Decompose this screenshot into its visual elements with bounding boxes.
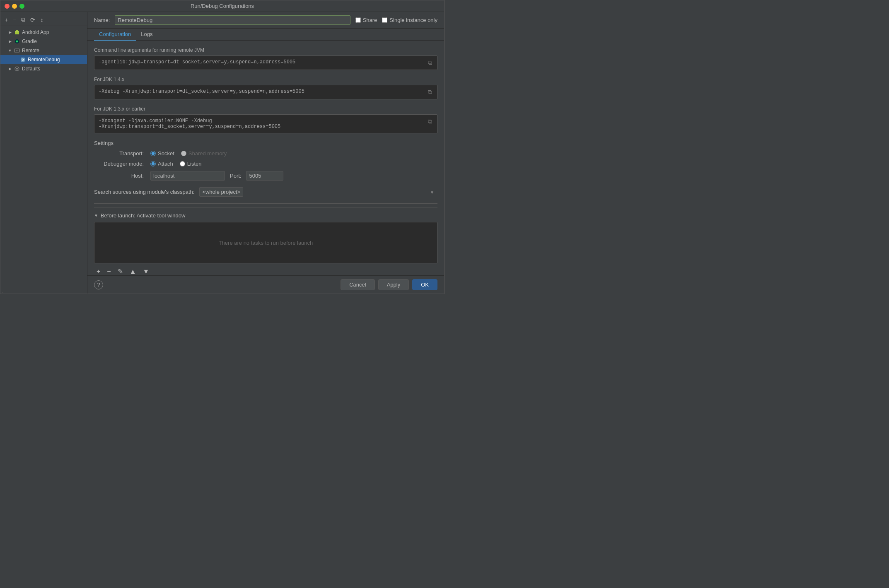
sort-config-button[interactable]: ↕ [39, 16, 45, 24]
titlebar: Run/Debug Configurations [0, 0, 444, 12]
arrow-icon: ▶ [7, 39, 13, 44]
android-icon [14, 29, 20, 36]
sidebar-item-remote-debug[interactable]: ▶ RemoteDebug [0, 55, 87, 64]
transport-radio-group: Socket Shared memory [150, 150, 227, 157]
add-task-button[interactable]: + [94, 267, 103, 275]
debug-icon [19, 56, 26, 63]
before-launch-section: ▼ Before launch: Activate tool window Th… [94, 207, 437, 275]
close-button[interactable] [5, 4, 10, 9]
jvm-section: Command line arguments for running remot… [94, 47, 437, 70]
sidebar-item-remote-label: Remote [22, 48, 39, 53]
cancel-button[interactable]: Cancel [341, 279, 374, 290]
classpath-select-wrapper: <whole project> [199, 187, 437, 197]
transport-shared-memory-option: Shared memory [181, 150, 227, 157]
host-port-row: Host: Port: [94, 171, 437, 181]
jdk13-copy-button[interactable]: ⧉ [427, 118, 433, 125]
transport-socket-option[interactable]: Socket [150, 150, 174, 157]
transport-shared-memory-label: Shared memory [188, 150, 227, 157]
arrow-icon: ▶ [7, 29, 13, 35]
header-right: Share Single instance only [355, 17, 437, 23]
debugger-mode-label: Debugger mode: [94, 161, 144, 167]
debugger-mode-row: Debugger mode: Attach Listen [94, 161, 437, 167]
svg-point-13 [16, 68, 18, 70]
jvm-code: -agentlib:jdwp=transport=dt_socket,serve… [99, 59, 424, 65]
window-title: Run/Debug Configurations [191, 3, 254, 9]
sidebar-item-gradle[interactable]: ▶ Gradle [0, 37, 87, 46]
apply-button[interactable]: Apply [378, 279, 409, 290]
move-up-task-button[interactable]: ▲ [127, 267, 139, 275]
sidebar-item-remote[interactable]: ▼ Remote [0, 46, 87, 55]
single-instance-checkbox[interactable] [382, 17, 387, 23]
copy-config-button[interactable]: ⧉ [19, 15, 27, 24]
jvm-label: Command line arguments for running remot… [94, 47, 437, 53]
jdk14-section: For JDK 1.4.x -Xdebug -Xrunjdwp:transpor… [94, 77, 437, 99]
svg-rect-1 [16, 30, 18, 31]
transport-socket-label: Socket [158, 150, 174, 157]
single-instance-label[interactable]: Single instance only [389, 17, 437, 23]
svg-point-5 [16, 41, 18, 43]
arrow-icon: ▼ [7, 48, 13, 53]
settings-title: Settings [94, 140, 437, 146]
debugger-listen-radio[interactable] [180, 161, 185, 166]
edit-task-button[interactable]: ✎ [115, 267, 126, 275]
move-config-button[interactable]: ⟳ [29, 16, 37, 24]
before-launch-title: Before launch: Activate tool window [101, 212, 186, 219]
jvm-copy-button[interactable]: ⧉ [427, 59, 433, 66]
footer-left: ? [94, 280, 103, 289]
maximize-button[interactable] [19, 4, 24, 9]
main-body: + − ⧉ ⟳ ↕ ▶ Android App ▶ [0, 12, 444, 294]
share-checkbox-group: Share [355, 17, 377, 23]
transport-socket-radio[interactable] [150, 151, 156, 156]
host-input[interactable] [150, 171, 225, 181]
before-launch-header[interactable]: ▼ Before launch: Activate tool window [94, 212, 437, 219]
svg-point-11 [22, 59, 23, 60]
no-tasks-text: There are no tasks to run before launch [219, 240, 313, 246]
jdk14-code-box: -Xdebug -Xrunjdwp:transport=dt_socket,se… [94, 85, 437, 99]
footer: ? Cancel Apply OK [87, 275, 444, 294]
single-instance-checkbox-group: Single instance only [382, 17, 437, 23]
debugger-attach-option[interactable]: Attach [150, 161, 173, 167]
debugger-attach-radio[interactable] [150, 161, 156, 166]
arrow-icon: ▶ [7, 66, 13, 72]
debugger-attach-label: Attach [158, 161, 173, 167]
name-input[interactable] [115, 15, 350, 25]
collapse-arrow-icon: ▼ [94, 213, 98, 218]
svg-rect-0 [15, 31, 19, 34]
remove-task-button[interactable]: − [104, 267, 113, 275]
sidebar-item-android-app[interactable]: ▶ Android App [0, 28, 87, 37]
ok-button[interactable]: OK [412, 279, 437, 290]
move-down-task-button[interactable]: ▼ [140, 267, 152, 275]
tab-logs[interactable]: Logs [136, 29, 157, 41]
port-input[interactable] [246, 171, 283, 181]
classpath-select[interactable]: <whole project> [199, 187, 243, 197]
sidebar-item-gradle-label: Gradle [22, 39, 37, 44]
host-label: Host: [94, 173, 144, 179]
classpath-row: Search sources using module's classpath:… [94, 187, 437, 197]
help-button[interactable]: ? [94, 280, 103, 289]
debugger-listen-label: Listen [187, 161, 202, 167]
sidebar-item-defaults[interactable]: ▶ Defaults [0, 64, 87, 73]
jdk14-copy-button[interactable]: ⧉ [427, 89, 433, 96]
tab-configuration[interactable]: Configuration [94, 29, 136, 41]
jdk13-section: For JDK 1.3.x or earlier -Xnoagent -Djav… [94, 106, 437, 133]
jvm-code-box: -agentlib:jdwp=transport=dt_socket,serve… [94, 55, 437, 70]
sidebar-item-defaults-label: Defaults [22, 66, 40, 72]
classpath-label: Search sources using module's classpath: [94, 189, 194, 195]
minimize-button[interactable] [12, 4, 17, 9]
remote-icon [14, 47, 20, 54]
sidebar-item-remote-debug-label: RemoteDebug [28, 57, 60, 63]
content-panel: Name: Share Single instance only Configu… [87, 12, 444, 294]
jdk13-label: For JDK 1.3.x or earlier [94, 106, 437, 112]
debugger-listen-option[interactable]: Listen [180, 161, 202, 167]
jdk14-code: -Xdebug -Xrunjdwp:transport=dt_socket,se… [99, 89, 424, 94]
svg-rect-6 [14, 49, 19, 52]
name-label: Name: [94, 17, 110, 23]
transport-label: Transport: [94, 150, 144, 157]
settings-section: Settings Transport: Socket Shared memory [94, 140, 437, 181]
remove-config-button[interactable]: − [11, 16, 18, 24]
share-checkbox[interactable] [355, 17, 361, 23]
sidebar-toolbar: + − ⧉ ⟳ ↕ [0, 14, 87, 26]
footer-buttons: Cancel Apply OK [341, 279, 437, 290]
share-label[interactable]: Share [363, 17, 377, 23]
add-config-button[interactable]: + [3, 16, 10, 24]
